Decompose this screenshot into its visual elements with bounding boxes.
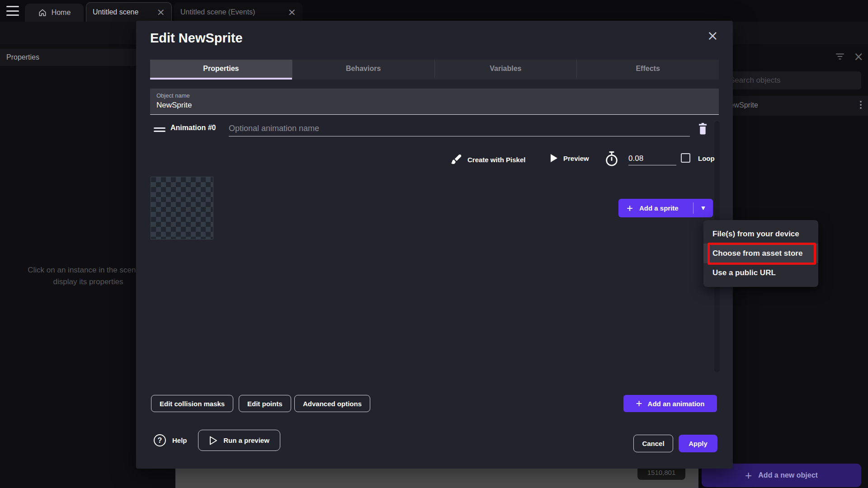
preview-label: Preview <box>563 155 589 162</box>
edit-points-button[interactable]: Edit points <box>239 395 291 412</box>
sprite-thumbnail-placeholder[interactable] <box>151 177 213 239</box>
plus-icon: + <box>636 397 642 410</box>
edit-collision-masks-label: Edit collision masks <box>160 400 225 408</box>
menu-item-choose-from-asset-store[interactable]: Choose from asset store <box>703 244 818 263</box>
dialog-tab-bar: Properties Behaviors Variables Effects <box>150 60 719 80</box>
close-dialog-icon[interactable]: × <box>707 29 718 42</box>
edit-collision-masks-button[interactable]: Edit collision masks <box>151 395 233 412</box>
tab-variables[interactable]: Variables <box>434 60 577 78</box>
time-between-frames-input[interactable] <box>628 152 676 165</box>
loop-checkbox[interactable] <box>681 153 690 163</box>
tab-home-label: Home <box>52 9 71 17</box>
add-sprite-label: Add a sprite <box>639 204 679 212</box>
object-name-field-value: NewSprite <box>156 101 192 110</box>
tab-home[interactable]: Home <box>25 4 84 22</box>
question-icon: ? <box>154 434 166 446</box>
close-tab-icon[interactable]: × <box>288 7 296 17</box>
tab-effects[interactable]: Effects <box>576 60 719 78</box>
home-icon <box>38 8 47 17</box>
apply-label: Apply <box>689 440 708 447</box>
advanced-options-label: Advanced options <box>303 400 362 408</box>
tab-events-label: Untitled scene (Events) <box>180 8 255 16</box>
menu-icon[interactable] <box>6 6 19 16</box>
help-label: Help <box>172 436 187 444</box>
add-animation-label: Add an animation <box>648 400 705 408</box>
dialog-title: Edit NewSprite <box>150 31 243 46</box>
object-name-field-label: Object name <box>156 92 190 99</box>
play-icon <box>550 154 558 163</box>
drag-handle-icon[interactable] <box>154 126 165 134</box>
add-object-label: Add a new object <box>758 471 818 479</box>
filter-icon[interactable] <box>835 51 845 62</box>
tab-properties[interactable]: Properties <box>150 60 292 78</box>
object-list-item[interactable]: NewSprite <box>717 96 868 116</box>
properties-panel-title: Properties <box>6 53 39 61</box>
plus-icon: + <box>627 202 633 215</box>
add-a-sprite-button[interactable]: + Add a sprite ▼ <box>618 199 713 217</box>
animation-label: Animation #0 <box>170 124 216 132</box>
scene-canvas-edge <box>175 469 698 488</box>
close-tab-icon[interactable]: × <box>157 7 165 17</box>
delete-animation-icon[interactable] <box>697 122 709 137</box>
menu-item-files-from-device[interactable]: File(s) from your device <box>703 224 818 244</box>
tab-behaviors[interactable]: Behaviors <box>292 60 434 78</box>
create-with-piskel-button[interactable]: Create with Piskel <box>450 154 525 165</box>
run-a-preview-button[interactable]: Run a preview <box>198 430 280 451</box>
help-button[interactable]: ? Help <box>154 434 187 446</box>
edit-points-label: Edit points <box>247 400 283 408</box>
timer-icon <box>604 151 619 167</box>
plus-icon: + <box>745 469 752 483</box>
tab-untitled-scene-events[interactable]: Untitled scene (Events) × <box>174 2 302 22</box>
coordinates-value: 1510,801 <box>647 469 676 476</box>
object-name-field[interactable]: Object name NewSprite <box>150 89 719 115</box>
close-panel-icon[interactable]: × <box>854 51 863 62</box>
add-sprite-dropdown-menu: File(s) from your device Choose from ass… <box>703 220 818 287</box>
brush-icon <box>450 154 462 165</box>
apply-button[interactable]: Apply <box>679 435 717 452</box>
menu-item-use-public-url[interactable]: Use a public URL <box>703 263 818 282</box>
cancel-label: Cancel <box>642 440 664 447</box>
animation-name-input[interactable] <box>229 121 690 136</box>
play-outline-icon <box>209 436 218 446</box>
preview-button[interactable]: Preview <box>550 154 589 163</box>
tab-untitled-scene[interactable]: Untitled scene × <box>86 2 172 22</box>
run-preview-label: Run a preview <box>223 436 269 444</box>
chevron-down-icon[interactable]: ▼ <box>693 205 713 211</box>
top-bar: Home Untitled scene × Untitled scene (Ev… <box>0 0 868 22</box>
cancel-button[interactable]: Cancel <box>633 435 673 452</box>
animation-row: Animation #0 <box>150 121 719 139</box>
add-an-animation-button[interactable]: + Add an animation <box>623 395 717 412</box>
search-objects-input[interactable] <box>723 71 861 89</box>
create-with-piskel-label: Create with Piskel <box>467 156 525 164</box>
loop-label: Loop <box>698 155 715 162</box>
edit-sprite-dialog: Edit NewSprite × Properties Behaviors Va… <box>136 21 733 469</box>
animation-controls: Create with Piskel Preview Loop <box>150 151 719 169</box>
tab-scene-label: Untitled scene <box>93 8 138 16</box>
object-menu-icon[interactable] <box>860 101 862 109</box>
advanced-options-button[interactable]: Advanced options <box>294 395 370 412</box>
